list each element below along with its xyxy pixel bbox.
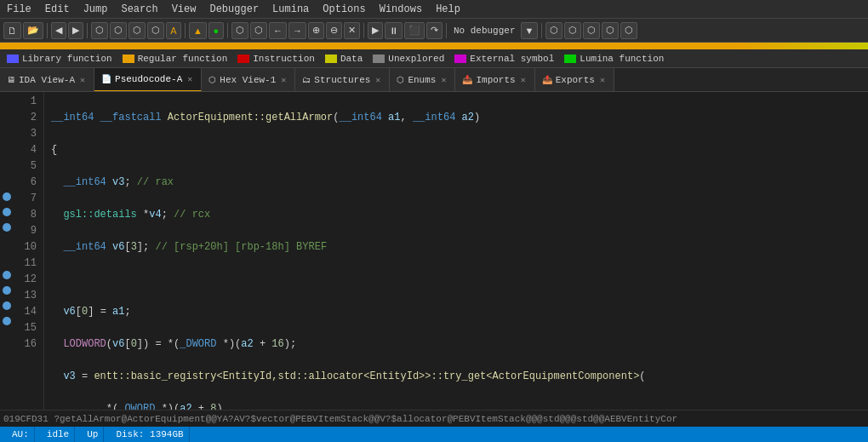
legend-library-color: [7, 55, 19, 63]
legend-instruction-label: Instruction: [253, 54, 315, 64]
tb-more7[interactable]: ✕: [344, 22, 360, 39]
tb-extra2[interactable]: ⬡: [564, 22, 581, 39]
tab-ida-view[interactable]: 🖥 IDA View-A ✕: [0, 68, 94, 92]
menu-options[interactable]: Options: [316, 2, 372, 17]
tb-extra1[interactable]: ⬡: [545, 22, 562, 39]
line-num-6: 6: [17, 175, 37, 191]
toolbar: 🗋 📂 ◀ ▶ ⬡ ⬡ ⬡ ⬡ A ▲ ● ⬡ ⬡ ← → ⊕ ⊖ ✕ ▶ ⏸ …: [0, 19, 868, 43]
tb-more4[interactable]: →: [288, 22, 306, 39]
tb-more1[interactable]: ⬡: [231, 22, 248, 39]
menu-lumina[interactable]: Lumina: [266, 2, 316, 17]
menu-windows[interactable]: Windows: [373, 2, 429, 17]
menu-jump[interactable]: Jump: [77, 2, 115, 17]
tab-exports-close[interactable]: ✕: [598, 75, 607, 85]
line-num-14: 14: [17, 304, 37, 320]
code-line-6: [51, 272, 861, 288]
tb-open[interactable]: 📂: [23, 22, 43, 39]
tb-more2[interactable]: ⬡: [250, 22, 267, 39]
breakpoint-13[interactable]: [3, 286, 11, 295]
tb-stepover[interactable]: ↷: [426, 22, 443, 39]
progress-bar: [0, 43, 868, 49]
tb-hex4[interactable]: ⬡: [147, 22, 164, 39]
tb-extra4[interactable]: ⬡: [602, 22, 619, 39]
tb-hex[interactable]: ⬡: [91, 22, 108, 39]
legend-instruction-color: [237, 55, 249, 63]
tab-hex-view[interactable]: ⬡ Hex View-1 ✕: [202, 68, 295, 92]
tb-circle[interactable]: ●: [208, 22, 224, 39]
tab-structures-close[interactable]: ✕: [374, 75, 382, 85]
tab-pseudocode-close[interactable]: ✕: [186, 74, 194, 84]
tab-imports-close[interactable]: ✕: [519, 75, 528, 85]
breakpoint-9[interactable]: [3, 223, 11, 232]
menu-search[interactable]: Search: [114, 2, 164, 17]
tab-enums-icon: ⬡: [397, 75, 404, 85]
tb-extra3[interactable]: ⬡: [583, 22, 600, 39]
line-num-15: 15: [17, 320, 37, 336]
line-num-1: 1: [17, 94, 37, 110]
line-num-7: 7: [17, 191, 37, 207]
tb-new[interactable]: 🗋: [3, 22, 21, 39]
breakpoint-14[interactable]: [3, 301, 11, 310]
breakpoint-7[interactable]: [3, 192, 11, 201]
line-num-5: 5: [17, 158, 37, 175]
tb-sep-4: [227, 23, 228, 38]
tab-ida-view-icon: 🖥: [7, 75, 15, 85]
line-num-4: 4: [17, 142, 37, 158]
tb-more3[interactable]: ←: [269, 22, 287, 39]
breakpoint-8[interactable]: [3, 208, 11, 216]
tb-extra5[interactable]: ⬡: [620, 22, 637, 39]
info-bar-text: 019CFD31 ?getAllArmor@ActorEquipment@@YA…: [3, 414, 677, 424]
status-mode-label: AU:: [12, 429, 29, 439]
legend-lumina-color: [564, 55, 576, 63]
tb-more5[interactable]: ⊕: [308, 22, 324, 39]
tab-hex-view-icon: ⬡: [208, 75, 216, 85]
menu-file[interactable]: File: [0, 2, 38, 17]
tb-forward[interactable]: ▶: [68, 22, 83, 39]
legend-lumina: Lumina function: [564, 54, 664, 64]
dot-empty-4: [0, 141, 14, 157]
tab-structures[interactable]: 🗂 Structures ✕: [295, 68, 390, 92]
menu-help[interactable]: Help: [429, 2, 467, 17]
line-num-8: 8: [17, 207, 37, 223]
tb-hex2[interactable]: ⬡: [110, 22, 127, 39]
tb-patch[interactable]: ▲: [189, 22, 207, 39]
dot-empty-10: [0, 235, 14, 251]
tb-pause[interactable]: ⏸: [385, 22, 403, 39]
status-bar: AU: idle Up Disk: 1394GB: [0, 427, 868, 442]
tab-pseudocode-icon: 📄: [101, 74, 111, 84]
tab-imports[interactable]: 📥 Imports ✕: [455, 68, 534, 92]
code-line-8: LODWORD(v6[0]) = *(_DWORD *)(a2 + 16);: [51, 336, 861, 353]
tb-hex3[interactable]: ⬡: [128, 22, 146, 39]
tab-enums[interactable]: ⬡ Enums ✕: [390, 68, 455, 92]
tb-font[interactable]: A: [166, 22, 181, 39]
line-num-2: 2: [17, 110, 37, 126]
tb-stop[interactable]: ⬛: [404, 22, 425, 39]
tb-back[interactable]: ◀: [51, 22, 66, 39]
breakpoint-12[interactable]: [3, 271, 11, 279]
tb-more6[interactable]: ⊖: [326, 22, 342, 39]
tab-structures-label: Structures: [314, 75, 370, 85]
tab-hex-view-close[interactable]: ✕: [279, 75, 288, 85]
breakpoint-15[interactable]: [3, 317, 11, 325]
tab-ida-view-close[interactable]: ✕: [78, 75, 87, 85]
line-num-11: 11: [17, 255, 37, 272]
menu-edit[interactable]: Edit: [38, 2, 77, 17]
legend-unexplored-color: [373, 55, 385, 63]
tab-exports[interactable]: 📤 Exports ✕: [535, 68, 614, 92]
dot-empty-16: [0, 329, 14, 345]
tb-play[interactable]: ▶: [368, 22, 383, 39]
menu-debugger[interactable]: Debugger: [203, 2, 266, 17]
status-state-label: idle: [47, 429, 69, 439]
line-num-9: 9: [17, 223, 37, 239]
dot-empty-11: [0, 251, 14, 267]
legend-unexplored: Unexplored: [373, 54, 444, 64]
menu-view[interactable]: View: [165, 2, 203, 17]
dot-empty-3: [0, 124, 14, 141]
tab-pseudocode[interactable]: 📄 Pseudocode-A ✕: [94, 68, 202, 92]
tab-enums-close[interactable]: ✕: [439, 75, 448, 85]
tb-debugger-dropdown[interactable]: ▼: [521, 22, 539, 39]
line-num-12: 12: [17, 272, 37, 288]
code-content[interactable]: __int64 __fastcall ActorEquipment::getAl…: [44, 92, 868, 410]
tb-sep-1: [47, 23, 48, 38]
legend-external-label: External symbol: [470, 54, 554, 64]
